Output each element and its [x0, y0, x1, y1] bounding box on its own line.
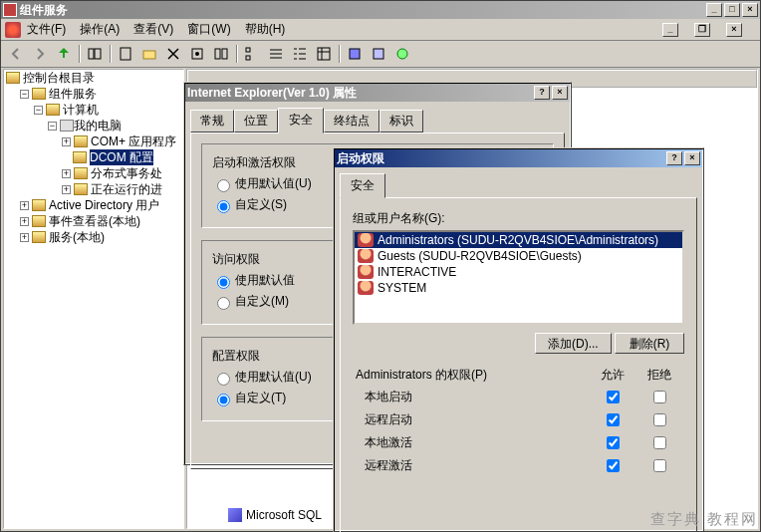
up-button[interactable] [52, 43, 75, 65]
folder-icon [6, 72, 20, 84]
tree-complus[interactable]: COM+ 应用程序 [91, 133, 176, 149]
tree-services[interactable]: 服务(本地) [49, 229, 105, 245]
computer-icon [60, 120, 74, 132]
properties-button[interactable] [114, 43, 136, 65]
tool3-button[interactable] [390, 43, 413, 65]
folder-icon [74, 183, 88, 195]
mdi-minimize-button[interactable]: _ [662, 23, 678, 37]
perm-row: 远程启动 [355, 409, 682, 430]
perm-header-label: Administrators 的权限(P) [355, 366, 588, 385]
user-row[interactable]: SYSTEM [355, 280, 682, 296]
tree-dcom[interactable]: DCOM 配置 [90, 149, 153, 165]
perm-row: 本地激活 [355, 432, 682, 453]
allow-checkbox[interactable] [607, 391, 620, 403]
expand-icon[interactable]: + [20, 201, 29, 210]
tab-identity[interactable]: 标识 [380, 110, 423, 133]
svg-rect-7 [222, 49, 227, 59]
menu-file[interactable]: 文件(F) [27, 21, 66, 38]
allow-checkbox[interactable] [607, 436, 620, 449]
tab-security[interactable]: 安全 [278, 108, 324, 133]
expand-icon[interactable]: + [20, 217, 29, 226]
menu-help[interactable]: 帮助(H) [245, 21, 286, 38]
collapse-icon[interactable]: − [34, 106, 43, 115]
tab-general[interactable]: 常规 [190, 110, 234, 133]
view1-button[interactable] [240, 43, 263, 65]
tab-endpoints[interactable]: 终结点 [324, 110, 380, 133]
open-button[interactable] [137, 43, 160, 65]
props-title: Internet Explorer(Ver 1.0) 属性 [187, 85, 532, 102]
perm-close-button[interactable]: × [684, 151, 700, 165]
tab-location[interactable]: 位置 [234, 110, 278, 133]
deny-checkbox[interactable] [653, 391, 666, 403]
prop-sheet-button[interactable] [185, 43, 208, 65]
props-close-button[interactable]: × [552, 86, 568, 100]
expand-icon[interactable]: + [62, 185, 71, 194]
user-row[interactable]: INTERACTIVE [355, 264, 682, 280]
minimize-button[interactable]: _ [706, 3, 722, 17]
forward-button[interactable] [28, 43, 51, 65]
tree-dtx[interactable]: 分布式事务处 [91, 165, 162, 181]
tool2-button[interactable] [367, 43, 389, 65]
folder-icon [74, 135, 88, 147]
user-row[interactable]: Guests (SUDU-R2QVB4SIOE\Guests) [355, 248, 682, 264]
separator-icon [76, 43, 82, 65]
refresh-button[interactable] [209, 43, 232, 65]
perm-help-button[interactable]: ? [666, 151, 682, 165]
help-button[interactable]: ? [534, 86, 550, 100]
add-button[interactable]: 添加(D)... [535, 333, 612, 354]
tree-ad[interactable]: Active Directory 用户 [49, 197, 159, 213]
expand-icon[interactable]: + [20, 233, 29, 242]
menu-action[interactable]: 操作(A) [80, 21, 120, 38]
mdi-restore-button[interactable]: ❐ [694, 23, 710, 37]
user-row[interactable]: Administrators (SUDU-R2QVB4SIOE\Administ… [355, 232, 682, 248]
expand-icon[interactable]: + [62, 169, 71, 178]
mdi-close-button[interactable]: × [726, 23, 742, 37]
app-icon [3, 3, 17, 17]
expand-icon[interactable]: + [62, 137, 71, 146]
delete-button[interactable] [161, 43, 184, 65]
folder-icon [32, 199, 46, 211]
main-titlebar[interactable]: 组件服务 _ □ × [1, 1, 760, 19]
tree-comp-services[interactable]: 组件服务 [49, 86, 97, 102]
tool1-button[interactable] [343, 43, 366, 65]
list-item[interactable]: Microsoft SQL [222, 507, 328, 523]
collapse-icon[interactable]: − [20, 90, 29, 99]
back-button[interactable] [4, 43, 27, 65]
deny-checkbox[interactable] [653, 413, 666, 426]
user-icon [358, 233, 374, 247]
folder-icon [46, 104, 60, 116]
users-listbox[interactable]: Administrators (SUDU-R2QVB4SIOE\Administ… [353, 230, 684, 325]
cube-icon [228, 508, 242, 522]
close-button[interactable]: × [742, 3, 758, 17]
maximize-button[interactable]: □ [724, 3, 740, 17]
tree-running[interactable]: 正在运行的进 [91, 181, 162, 197]
allow-checkbox[interactable] [607, 413, 620, 426]
tree-mycomputer[interactable]: 我的电脑 [74, 118, 122, 133]
remove-button[interactable]: 删除(R) [615, 333, 684, 354]
menu-view[interactable]: 查看(V) [133, 21, 173, 38]
props-titlebar[interactable]: Internet Explorer(Ver 1.0) 属性 ? × [185, 84, 570, 102]
collapse-icon[interactable]: − [48, 122, 57, 131]
menubar: 文件(F) 操作(A) 查看(V) 窗口(W) 帮助(H) _ ❐ × [1, 19, 760, 40]
separator-icon [107, 43, 113, 65]
tree-eventviewer[interactable]: 事件查看器(本地) [49, 213, 140, 229]
perm-tab-security[interactable]: 安全 [340, 173, 385, 198]
deny-checkbox[interactable] [653, 459, 666, 472]
tree-pane[interactable]: 控制台根目录 −组件服务 −计算机 −我的电脑 +COM+ 应用程序 D [3, 69, 184, 529]
view2-button[interactable] [264, 43, 287, 65]
menu-app-icon [5, 22, 21, 38]
tree-computers[interactable]: 计算机 [63, 102, 99, 118]
deny-checkbox[interactable] [653, 436, 666, 449]
perm-titlebar[interactable]: 启动权限 ? × [335, 149, 702, 167]
svg-point-13 [397, 49, 407, 59]
show-hide-button[interactable] [83, 43, 106, 65]
allow-checkbox[interactable] [607, 459, 620, 472]
view3-button[interactable] [288, 43, 311, 65]
main-title: 组件服务 [20, 2, 704, 19]
svg-rect-9 [246, 56, 250, 60]
group-config-legend: 配置权限 [212, 349, 260, 363]
tree-root[interactable]: 控制台根目录 [23, 70, 95, 86]
menu-window[interactable]: 窗口(W) [187, 21, 230, 38]
view4-button[interactable] [312, 43, 335, 65]
svg-rect-11 [350, 49, 360, 59]
